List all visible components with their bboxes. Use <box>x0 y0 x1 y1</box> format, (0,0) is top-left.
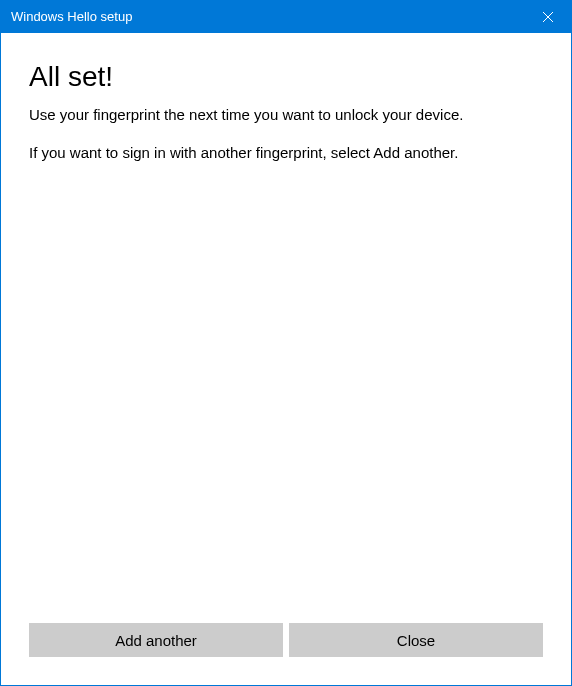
titlebar: Windows Hello setup <box>1 1 571 33</box>
dialog-paragraph-1: Use your fingerprint the next time you w… <box>29 105 543 125</box>
button-row: Add another Close <box>1 623 571 685</box>
dialog-window: Windows Hello setup All set! Use your fi… <box>0 0 572 686</box>
dialog-heading: All set! <box>29 61 543 93</box>
dialog-content: All set! Use your fingerprint the next t… <box>1 33 571 623</box>
window-close-button[interactable] <box>525 1 571 33</box>
close-icon <box>542 11 554 23</box>
window-title: Windows Hello setup <box>11 1 132 33</box>
add-another-button[interactable]: Add another <box>29 623 283 657</box>
close-button[interactable]: Close <box>289 623 543 657</box>
dialog-paragraph-2: If you want to sign in with another fing… <box>29 143 543 163</box>
